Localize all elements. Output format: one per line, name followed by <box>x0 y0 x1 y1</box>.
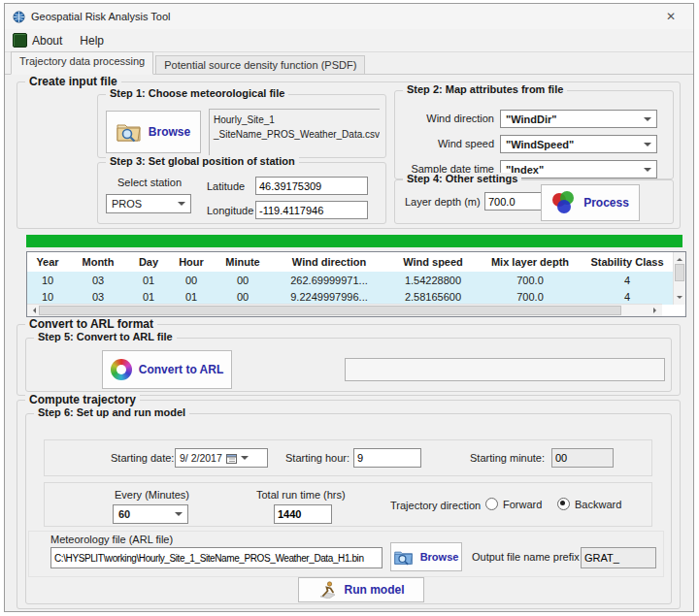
met-file-panel: Meteorology file (ARL file) Browse Outpu… <box>28 531 664 577</box>
horizontal-scroll-thumb[interactable] <box>39 306 621 315</box>
step1-title: Step 1: Choose meteorological file <box>106 87 288 99</box>
vertical-scrollbar[interactable] <box>673 252 685 305</box>
table-row[interactable]: 10 03 01 00 00 262.69999971... 1.5422880… <box>27 272 674 288</box>
cell: 262.69999971... <box>272 272 386 288</box>
total-run-time-input[interactable] <box>274 504 332 524</box>
cell: 9.2249997996... <box>272 288 386 305</box>
wind-speed-combo[interactable]: "WindSpeed" <box>500 135 657 153</box>
group-convert-arl: Convert to ARL format Step 5: Convert to… <box>17 324 681 396</box>
choose-met-file-browse-button[interactable]: Browse <box>106 111 201 153</box>
col-mix-layer-depth[interactable]: Mix layer depth <box>480 252 581 272</box>
convert-progress-bar <box>345 358 665 381</box>
met-arl-file-label: Meteorology file (ARL file) <box>50 534 173 545</box>
col-minute[interactable]: Minute <box>214 252 272 272</box>
vertical-scroll-thumb[interactable] <box>675 264 684 281</box>
menu-about[interactable]: About <box>13 33 62 48</box>
run-model-button[interactable]: Run model <box>298 577 424 602</box>
menubar: About Help <box>5 29 693 52</box>
group-step5: Step 5: Convert to ARL file Convert to A… <box>25 338 672 392</box>
table-row[interactable]: 10 03 01 01 00 9.2249997996... 2.5816560… <box>27 288 674 305</box>
wind-speed-label: Wind speed <box>395 138 494 149</box>
cell: 4 <box>581 288 674 305</box>
weather-data-table: Year Month Day Hour Minute Wind directio… <box>26 251 686 317</box>
about-icon <box>13 33 27 48</box>
group-step3: Step 3: Set global position of station S… <box>97 162 386 224</box>
wind-direction-combo[interactable]: "WindDir" <box>500 110 657 128</box>
weather-data-grid: Year Month Day Hour Minute Wind directio… <box>27 252 674 305</box>
sample-date-time-combo[interactable]: "Index" <box>500 160 657 178</box>
group-create-input-file-title: Create input file <box>25 75 121 88</box>
backward-radio-icon <box>557 498 570 510</box>
running-man-icon <box>318 581 338 599</box>
cell: 00 <box>214 272 272 288</box>
select-station-label: Select station <box>117 177 182 188</box>
close-button[interactable]: ✕ <box>658 8 683 25</box>
titlebar: Geospatial Risk Analysis Tool ✕ <box>5 4 693 29</box>
menu-help[interactable]: Help <box>80 34 104 48</box>
cell: 01 <box>169 288 214 305</box>
scroll-up-icon[interactable] <box>677 255 682 261</box>
met-file-name: Hourly_Site_1 _SiteName_PROS_Weather_Dat… <box>209 109 380 155</box>
scroll-right-icon[interactable] <box>653 308 659 313</box>
cell: 10 <box>27 272 68 288</box>
col-year[interactable]: Year <box>27 252 68 272</box>
rainbow-cycle-icon <box>111 359 132 380</box>
step6-title: Step 6: Set up and run model <box>34 406 189 418</box>
col-month[interactable]: Month <box>68 252 128 272</box>
tab-psdf[interactable]: Potential source density function (PSDF) <box>155 55 365 74</box>
starting-hour-input[interactable] <box>353 448 421 468</box>
cell: 2.58165600 <box>386 288 480 305</box>
table-header-row: Year Month Day Hour Minute Wind directio… <box>27 252 674 272</box>
scroll-down-icon[interactable] <box>677 296 682 302</box>
window-title: Geospatial Risk Analysis Tool <box>31 11 170 22</box>
every-minutes-label: Every (Minutes) <box>115 489 189 501</box>
col-hour[interactable]: Hour <box>169 252 214 272</box>
process-button-label: Process <box>583 196 629 210</box>
group-compute-trajectory: Compute trajectory Step 6: Set up and ru… <box>17 400 681 609</box>
step5-title: Step 5: Convert to ARL file <box>34 331 177 342</box>
cell: 03 <box>68 272 128 288</box>
station-combo[interactable]: PROS <box>106 194 191 213</box>
starting-minute-input[interactable] <box>551 448 614 468</box>
arl-browse-label: Browse <box>420 551 459 563</box>
blue-folder-search-icon <box>394 549 414 566</box>
forward-radio[interactable]: Forward <box>485 498 542 510</box>
layer-depth-input[interactable] <box>484 192 549 211</box>
run-settings-panel: Every (Minutes) 60 Total run time (hrs) … <box>44 482 652 527</box>
process-button[interactable]: Process <box>541 184 640 221</box>
latitude-input[interactable] <box>255 177 368 195</box>
backward-radio[interactable]: Backward <box>557 498 621 510</box>
scroll-left-icon[interactable] <box>30 308 36 313</box>
col-stability-class[interactable]: Stability Class <box>581 252 674 272</box>
met-arl-file-input[interactable] <box>50 547 383 568</box>
starting-date-label: Starting date: <box>111 452 174 464</box>
layer-depth-label: Layer depth (m) <box>405 196 481 208</box>
group-step6: Step 6: Set up and run model Starting da… <box>25 413 672 604</box>
starting-date-picker[interactable]: 9/ 2/2017 <box>175 448 268 468</box>
forward-radio-icon <box>485 498 498 510</box>
start-time-panel: Starting date: 9/ 2/2017 Starting hour: … <box>44 439 652 476</box>
cell: 700.0 <box>480 288 581 305</box>
col-day[interactable]: Day <box>128 252 169 272</box>
step3-title: Step 3: Set global position of station <box>106 155 299 167</box>
tab-trajectory-data-processing[interactable]: Trajectory data processing <box>11 51 153 75</box>
total-run-time-label: Total run time (hrs) <box>256 489 346 501</box>
horizontal-scrollbar[interactable] <box>27 304 662 316</box>
met-file-name-line1: Hourly_Site_1 <box>214 113 376 127</box>
backward-radio-label: Backward <box>575 499 621 510</box>
starting-date-value: 9/ 2/2017 <box>180 452 222 464</box>
date-dropdown-icon <box>241 456 249 464</box>
output-prefix-input[interactable] <box>581 547 656 568</box>
wind-direction-value: "WindDir" <box>506 113 557 125</box>
convert-to-arl-button[interactable]: Convert to ARL <box>102 350 232 389</box>
col-wind-speed[interactable]: Wind speed <box>386 252 480 272</box>
arl-browse-button[interactable]: Browse <box>390 542 462 571</box>
rgb-circles-icon <box>551 191 577 214</box>
folder-search-icon <box>116 121 142 143</box>
group-convert-title: Convert to ARL format <box>25 317 157 331</box>
cell: 03 <box>68 288 128 305</box>
longitude-input[interactable] <box>255 201 368 219</box>
col-wind-direction[interactable]: Wind direction <box>272 252 386 272</box>
every-minutes-combo[interactable]: 60 <box>113 504 188 524</box>
step2-title: Step 2: Map attributes from file <box>403 83 567 95</box>
